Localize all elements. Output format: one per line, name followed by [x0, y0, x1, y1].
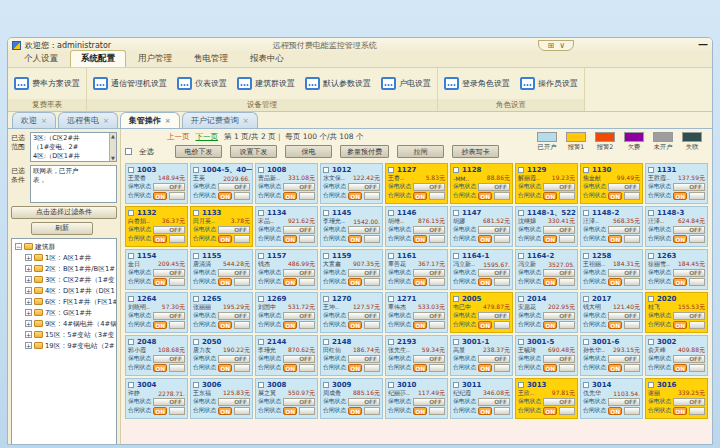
tab-close-icon[interactable]: × [165, 117, 171, 125]
card-checkbox[interactable] [388, 339, 394, 345]
menu-tab-报表中心[interactable]: 报表中心 [240, 51, 294, 67]
toolbar-button-电价下发[interactable]: 电价下发 [175, 145, 222, 158]
card-checkbox[interactable] [128, 382, 134, 388]
card-checkbox[interactable] [258, 167, 264, 173]
meter-card[interactable]: 3013王欣..97.81元保电状态OFF合闸状态ON [515, 378, 578, 419]
tree-item[interactable]: +15区：5#变站（3#变 [15, 329, 116, 340]
scroll-down-icon[interactable]: ▼ [111, 155, 115, 161]
card-checkbox[interactable] [323, 253, 329, 259]
meter-card[interactable]: 3009周成贵885.16元保电状态OFF合闸状态ON [320, 378, 383, 419]
ribbon-button-登录角色设置[interactable]: 登录角色设置 [444, 77, 510, 90]
ribbon-button-户电设置[interactable]: 户电设置 [381, 77, 431, 90]
meter-card[interactable]: 3008展之翼550.97元保电状态OFF合闸状态ON [255, 378, 318, 419]
expand-icon[interactable]: + [25, 287, 32, 294]
card-checkbox[interactable] [128, 253, 134, 259]
tree-item[interactable]: +1区：A区1#井 [15, 252, 116, 263]
next-page-link[interactable]: 下一页 [196, 132, 219, 142]
meter-card[interactable]: 2017钱大明121.40元保电状态OFF合闸状态ON [580, 292, 643, 333]
tab-开户记费查询[interactable]: 开户记费查询× [182, 112, 258, 128]
card-checkbox[interactable] [583, 253, 589, 259]
expand-icon[interactable]: + [25, 342, 32, 349]
collapse-icon[interactable]: − [15, 243, 22, 250]
selected-range-listbox[interactable]: ▲ ▼ 3区:（C区2#井（1#变电、2#4区:（D区1#井 [30, 132, 117, 162]
meter-card[interactable]: 2005韦已中479.87元保电状态OFF合闸状态ON [450, 292, 513, 333]
card-checkbox[interactable] [128, 339, 134, 345]
toolbar-button-参量预付费[interactable]: 参量预付费 [340, 145, 389, 158]
expand-icon[interactable]: + [25, 276, 32, 283]
card-checkbox[interactable] [258, 253, 264, 259]
tab-close-icon[interactable]: × [103, 117, 109, 125]
card-checkbox[interactable] [648, 210, 654, 216]
card-checkbox[interactable] [648, 167, 654, 173]
meter-card[interactable]: 1161覃善花367.17元保电状态OFF合闸状态ON [385, 249, 448, 290]
chevron-down-icon[interactable]: ∨ [559, 41, 565, 50]
tree-item[interactable]: +4区：D区1#井（D区1 [15, 285, 116, 296]
card-checkbox[interactable] [193, 210, 199, 216]
meter-card[interactable]: 3001-1高显238.37元保电状态OFF合闸状态ON [450, 335, 513, 376]
meter-card[interactable]: 1012水文保..122.42元保电状态OFF合闸状态ON [320, 163, 383, 204]
tab-欢迎[interactable]: 欢迎× [12, 112, 56, 128]
meter-card[interactable]: 2193张先生..59.34元保电状态OFF合闸状态ON [385, 335, 448, 376]
condition-list-item[interactable]: 联网表，已开户 [33, 167, 108, 176]
card-checkbox[interactable] [518, 167, 524, 173]
meter-card[interactable]: 3006王东福125.83元保电状态OFF合闸状态ON [190, 378, 253, 419]
tree-item[interactable]: +19区：9#变电站（2# [15, 340, 116, 351]
expand-icon[interactable]: + [25, 309, 32, 316]
card-checkbox[interactable] [323, 382, 329, 388]
meter-card[interactable]: 1148-3汪泽..624.84元保电状态OFF合闸状态ON [645, 206, 708, 247]
range-list-item[interactable]: 3区:（C区2#井 [33, 134, 108, 143]
card-checkbox[interactable] [258, 339, 264, 345]
meter-card[interactable]: 3016谢丽339.25元保电状态OFF合闸状态ON [645, 378, 708, 419]
meter-card[interactable]: 1159大置鑫907.35元保电状态OFF合闸状态ON [320, 249, 383, 290]
meter-card[interactable]: 2048郭小霞108.68元保电状态OFF合闸状态ON [125, 335, 188, 376]
card-checkbox[interactable] [388, 210, 394, 216]
meter-card[interactable]: 3010纪丽莎..117.49元保电状态OFF合闸状态ON [385, 378, 448, 419]
meter-card[interactable]: 1258王祖丽..184.31元保电状态OFF合闸状态ON [580, 249, 643, 290]
skin-grid-icon[interactable]: ⊞ [547, 41, 554, 50]
ribbon-button-操作员设置[interactable]: 操作员设置 [520, 77, 578, 90]
card-checkbox[interactable] [583, 339, 589, 345]
card-checkbox[interactable] [388, 167, 394, 173]
meter-card[interactable]: 2050唐力友190.22元保电状态OFF合闸状态ON [190, 335, 253, 376]
meter-card[interactable]: 1264刘晓明..57.30元保电状态OFF合闸状态ON [125, 292, 188, 333]
meter-card[interactable]: 3001-5王毓琦690.48元保电状态OFF合闸状态ON [515, 335, 578, 376]
meter-card[interactable]: 1003王爱春148.94元保电状态OFF合闸状态ON [125, 163, 188, 204]
meter-card[interactable]: 1128-MM..88.86元保电状态OFF合闸状态ON [450, 163, 513, 204]
skin-selector[interactable]: ⊞ ∨ [538, 40, 574, 51]
tree-item[interactable]: +7区：G区1#井 [15, 307, 116, 318]
meter-card[interactable]: 3002俞天峰409.88元保电状态OFF合闸状态ON [645, 335, 708, 376]
meter-card[interactable]: 1133田月英..3.78元保电状态OFF合闸状态ON [190, 206, 253, 247]
meter-card[interactable]: 2020桂飞155.53元保电状态OFF合闸状态ON [645, 292, 708, 333]
meter-card[interactable]: 1129解丽霞..19.23元保电状态OFF合闸状态ON [515, 163, 578, 204]
tab-集管操作[interactable]: 集管操作× [120, 112, 180, 128]
expand-icon[interactable]: + [25, 254, 32, 261]
card-checkbox[interactable] [323, 167, 329, 173]
meter-card[interactable]: 2144李瑾光870.62元保电状态OFF合闸状态ON [255, 335, 318, 376]
card-checkbox[interactable] [258, 382, 264, 388]
card-checkbox[interactable] [583, 296, 589, 302]
meter-card[interactable]: 1147胡娜681.52元保电状态OFF合闸状态ON [450, 206, 513, 247]
selected-condition-listbox[interactable]: 联网表，已开户表， [30, 165, 117, 203]
card-checkbox[interactable] [518, 339, 524, 345]
ribbon-button-通信管理机设置[interactable]: 通信管理机设置 [93, 77, 167, 90]
card-checkbox[interactable] [193, 296, 199, 302]
meter-card[interactable]: 2148田红仙186.74元保电状态OFF合闸状态ON [320, 335, 383, 376]
card-checkbox[interactable] [388, 253, 394, 259]
meter-card[interactable]: 1164-2冯立新3527.05.保电状态OFF合闸状态ON [515, 249, 578, 290]
card-checkbox[interactable] [518, 253, 524, 259]
card-checkbox[interactable] [453, 210, 459, 216]
meter-card[interactable]: 1270王坤..127.57元保电状态OFF合闸状态ON [320, 292, 383, 333]
menu-tab-用户管理[interactable]: 用户管理 [128, 51, 182, 67]
menu-tab-个人设置[interactable]: 个人设置 [14, 51, 68, 67]
card-checkbox[interactable] [128, 210, 134, 216]
ribbon-button-费率方案设置[interactable]: 费率方案设置 [14, 77, 80, 90]
scroll-up-icon[interactable]: ▲ [111, 133, 115, 139]
card-checkbox[interactable] [258, 210, 264, 216]
card-checkbox[interactable] [453, 296, 459, 302]
tab-close-icon[interactable]: × [243, 117, 249, 125]
card-checkbox[interactable] [583, 167, 589, 173]
prev-page-link[interactable]: 上一页 [167, 132, 190, 142]
card-checkbox[interactable] [453, 253, 459, 259]
card-checkbox[interactable] [193, 167, 199, 173]
meter-card[interactable]: 3001-6孙长华..293.15元保电状态OFF合闸状态ON [580, 335, 643, 376]
